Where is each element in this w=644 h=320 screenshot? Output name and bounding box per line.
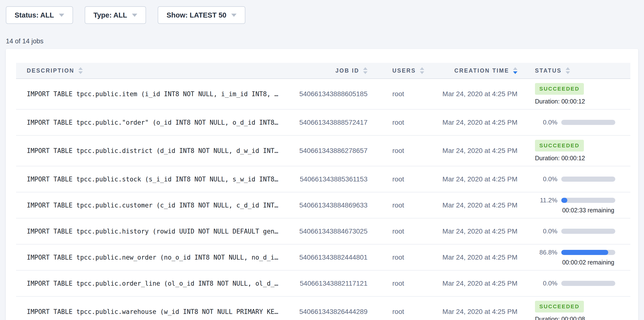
status-badge: SUCCEEDED: [535, 301, 584, 312]
job-id: 540661343888572417: [299, 119, 368, 126]
column-header-label: CREATION TIME: [454, 68, 509, 74]
chevron-down-icon: [59, 14, 64, 17]
progress-percent: 86.8%: [535, 249, 557, 256]
job-user: root: [392, 90, 404, 98]
chevron-down-icon: [132, 14, 137, 17]
jobs-table-card: DESCRIPTIONJOB IDUSERSCREATION TIMESTATU…: [6, 49, 638, 320]
progress-bar-fill: [561, 250, 608, 255]
table-row: IMPORT TABLE tpcc.public.order_line (ol_…: [16, 270, 630, 297]
job-description[interactable]: IMPORT TABLE tpcc.public.customer (c_id …: [27, 202, 278, 209]
type-filter-label: Type: ALL: [94, 11, 127, 19]
table-body: IMPORT TABLE tpcc.public.item (i_id INT8…: [16, 79, 630, 320]
column-header-job-id[interactable]: JOB ID: [286, 67, 368, 74]
progress-percent: 0.0%: [535, 175, 557, 183]
progress-percent: 0.0%: [535, 119, 557, 126]
job-description[interactable]: IMPORT TABLE tpcc.public.district (d_id …: [27, 147, 278, 154]
progress-percent: 0.0%: [535, 227, 557, 235]
table-header-row: DESCRIPTIONJOB IDUSERSCREATION TIMESTATU…: [16, 63, 630, 79]
column-header-label: USERS: [392, 68, 416, 74]
job-creation-time: Mar 24, 2020 at 4:25 PM: [442, 279, 518, 287]
sort-asc-icon: [513, 67, 518, 70]
sort-arrows: [420, 67, 424, 74]
sort-desc-icon: [363, 71, 368, 74]
job-description[interactable]: IMPORT TABLE tpcc.public.new_order (no_o…: [27, 254, 278, 261]
table-row: IMPORT TABLE tpcc.public.customer (c_id …: [16, 192, 630, 218]
jobs-page: Status: ALL Type: ALL Show: LATEST 50 14…: [0, 0, 644, 320]
sort-desc-icon: [566, 71, 570, 74]
job-creation-time: Mar 24, 2020 at 4:25 PM: [442, 175, 518, 183]
status-badge: SUCCEEDED: [535, 83, 584, 95]
job-id: 540661343888605185: [299, 90, 368, 98]
progress-bar: [561, 250, 615, 255]
show-filter-dropdown[interactable]: Show: LATEST 50: [158, 6, 245, 24]
jobs-count-summary: 14 of 14 jobs: [6, 38, 638, 45]
table-row: IMPORT TABLE tpcc.public.new_order (no_o…: [16, 244, 630, 270]
job-id: 540661343882444801: [299, 253, 368, 261]
job-id: 540661343884869633: [299, 201, 368, 209]
job-id: 540661343882117121: [300, 279, 368, 287]
sort-desc-icon: [420, 71, 424, 74]
table-row: IMPORT TABLE tpcc.public.item (i_id INT8…: [16, 79, 630, 110]
job-creation-time: Mar 24, 2020 at 4:25 PM: [442, 308, 518, 315]
job-description[interactable]: IMPORT TABLE tpcc.public.item (i_id INT8…: [27, 90, 278, 98]
job-duration: Duration: 00:00:12: [535, 98, 585, 105]
table-row: IMPORT TABLE tpcc.public.history (rowid …: [16, 218, 630, 244]
sort-arrows: [363, 67, 368, 74]
show-filter-label: Show: LATEST 50: [166, 11, 226, 19]
chevron-down-icon: [231, 14, 236, 17]
job-description[interactable]: IMPORT TABLE tpcc.public.order_line (ol_…: [27, 280, 278, 287]
column-header-status[interactable]: STATUS: [518, 67, 630, 74]
job-creation-time: Mar 24, 2020 at 4:25 PM: [442, 147, 518, 155]
progress-bar: [561, 229, 615, 234]
sort-arrows: [513, 67, 518, 74]
status-badge: SUCCEEDED: [535, 140, 584, 151]
sort-arrows: [566, 67, 570, 74]
column-header-label: JOB ID: [336, 68, 359, 74]
progress-bar: [561, 120, 615, 125]
table-row: IMPORT TABLE tpcc.public.warehouse (w_id…: [16, 297, 630, 320]
time-remaining: 00:00:02 remaining: [561, 259, 615, 266]
column-header-label: STATUS: [535, 68, 562, 74]
job-user: root: [392, 227, 404, 235]
job-description[interactable]: IMPORT TABLE tpcc.public.stock (s_i_id I…: [27, 176, 278, 183]
job-user: root: [392, 253, 404, 261]
sort-asc-icon: [566, 67, 570, 70]
job-creation-time: Mar 24, 2020 at 4:25 PM: [442, 201, 518, 209]
job-description[interactable]: IMPORT TABLE tpcc.public.warehouse (w_id…: [27, 308, 278, 315]
job-description[interactable]: IMPORT TABLE tpcc.public."order" (o_id I…: [27, 119, 278, 126]
sort-asc-icon: [78, 67, 83, 70]
job-duration: Duration: 00:00:08: [535, 315, 585, 320]
job-user: root: [392, 119, 404, 126]
table-row: IMPORT TABLE tpcc.public.stock (s_i_id I…: [16, 166, 630, 192]
type-filter-dropdown[interactable]: Type: ALL: [85, 6, 146, 24]
sort-desc-icon: [78, 71, 83, 74]
sort-desc-icon: [513, 71, 518, 74]
table-row: IMPORT TABLE tpcc.public.district (d_id …: [16, 136, 630, 166]
job-user: root: [392, 147, 404, 155]
job-id: 540661343826444289: [299, 308, 368, 315]
job-id: 540661343884673025: [299, 227, 368, 235]
job-description[interactable]: IMPORT TABLE tpcc.public.history (rowid …: [27, 228, 278, 235]
job-user: root: [392, 308, 404, 315]
sort-arrows: [78, 67, 83, 74]
job-duration: Duration: 00:00:12: [535, 155, 585, 162]
table-row: IMPORT TABLE tpcc.public."order" (o_id I…: [16, 110, 630, 136]
progress-bar-fill: [561, 198, 567, 203]
job-id: 540661343885361153: [300, 175, 368, 183]
column-header-label: DESCRIPTION: [27, 68, 74, 74]
job-creation-time: Mar 24, 2020 at 4:25 PM: [442, 253, 518, 261]
progress-percent: 11.2%: [535, 197, 557, 204]
job-creation-time: Mar 24, 2020 at 4:25 PM: [442, 119, 518, 126]
sort-asc-icon: [363, 67, 368, 70]
progress-bar: [561, 177, 615, 182]
progress-bar: [561, 281, 615, 286]
sort-asc-icon: [420, 67, 424, 70]
progress-percent: 0.0%: [535, 279, 557, 287]
column-header-description[interactable]: DESCRIPTION: [16, 67, 286, 74]
job-creation-time: Mar 24, 2020 at 4:25 PM: [442, 227, 518, 235]
time-remaining: 00:02:33 remaining: [561, 207, 615, 214]
column-header-creation-time[interactable]: CREATION TIME: [434, 67, 518, 74]
column-header-users[interactable]: USERS: [368, 67, 434, 74]
job-id: 540661343886278657: [299, 147, 368, 155]
status-filter-dropdown[interactable]: Status: ALL: [6, 6, 73, 24]
